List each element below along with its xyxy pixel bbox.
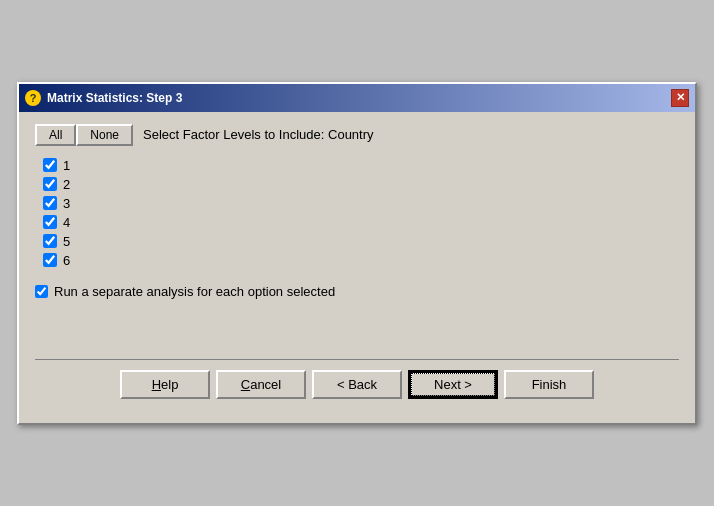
- checkbox-label-3: 3: [63, 196, 70, 211]
- button-row: Help Cancel < Back Next > Finish: [35, 359, 679, 411]
- help-button[interactable]: Help: [120, 370, 210, 399]
- list-item: 5: [43, 234, 679, 249]
- dialog-window: ? Matrix Statistics: Step 3 ✕ All None S…: [17, 82, 697, 425]
- separate-analysis-option: Run a separate analysis for each option …: [35, 284, 679, 299]
- toolbar-row: All None Select Factor Levels to Include…: [35, 124, 679, 146]
- title-bar-left: ? Matrix Statistics: Step 3: [25, 90, 182, 106]
- title-bar: ? Matrix Statistics: Step 3 ✕: [19, 84, 695, 112]
- list-item: 2: [43, 177, 679, 192]
- checkbox-6[interactable]: [43, 253, 57, 267]
- cancel-button[interactable]: Cancel: [216, 370, 306, 399]
- checkbox-label-1: 1: [63, 158, 70, 173]
- checkbox-label-2: 2: [63, 177, 70, 192]
- checkbox-list: 1 2 3 4 5 6: [43, 158, 679, 268]
- checkbox-label-4: 4: [63, 215, 70, 230]
- dialog-title: Matrix Statistics: Step 3: [47, 91, 182, 105]
- list-item: 3: [43, 196, 679, 211]
- checkbox-3[interactable]: [43, 196, 57, 210]
- list-item: 4: [43, 215, 679, 230]
- checkbox-label-6: 6: [63, 253, 70, 268]
- instruction-label: Select Factor Levels to Include: Country: [143, 127, 374, 142]
- checkbox-1[interactable]: [43, 158, 57, 172]
- back-button[interactable]: < Back: [312, 370, 402, 399]
- checkbox-2[interactable]: [43, 177, 57, 191]
- checkbox-4[interactable]: [43, 215, 57, 229]
- finish-button[interactable]: Finish: [504, 370, 594, 399]
- dialog-icon: ?: [25, 90, 41, 106]
- next-button[interactable]: Next >: [408, 370, 498, 399]
- list-item: 6: [43, 253, 679, 268]
- close-button[interactable]: ✕: [671, 89, 689, 107]
- list-item: 1: [43, 158, 679, 173]
- separate-analysis-checkbox[interactable]: [35, 285, 48, 298]
- checkbox-5[interactable]: [43, 234, 57, 248]
- checkbox-label-5: 5: [63, 234, 70, 249]
- all-button[interactable]: All: [35, 124, 76, 146]
- dialog-body: All None Select Factor Levels to Include…: [19, 112, 695, 423]
- none-button[interactable]: None: [76, 124, 133, 146]
- separate-analysis-label: Run a separate analysis for each option …: [54, 284, 335, 299]
